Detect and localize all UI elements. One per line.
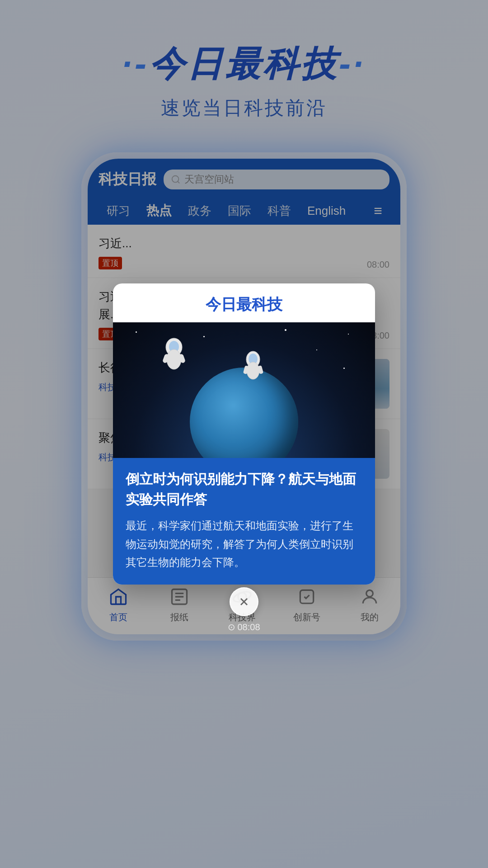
modal-body: 倒立时为何识别能力下降？航天与地面实验共同作答 最近，科学家们通过航天和地面实验…: [113, 458, 375, 585]
modal-title: 今日最科技: [124, 294, 364, 315]
modal-title-bar: 今日最科技: [113, 283, 375, 322]
modal-card: 今日最科技: [113, 283, 375, 585]
svg-point-12: [167, 349, 181, 369]
clock-icon: ⊙: [228, 622, 235, 632]
star-5: [285, 329, 286, 331]
modal-close-button[interactable]: [230, 587, 258, 616]
modal-image: [113, 322, 375, 458]
phone-screen: 科技日报 天宫空间站 研习 热点 政务 国际 科普 English ≡: [88, 159, 400, 634]
space-background: [113, 322, 375, 458]
astronaut-1: [158, 336, 190, 377]
svg-point-17: [247, 362, 259, 379]
modal-article-desc: 最近，科学家们通过航天和地面实验，进行了生物运动知觉的研究，解答了为何人类倒立时…: [126, 517, 362, 572]
star-7: [343, 368, 345, 369]
modal-article-title: 倒立时为何识别能力下降？航天与地面实验共同作答: [126, 469, 362, 509]
star-3: [203, 336, 205, 337]
star-8: [348, 334, 349, 335]
star-1: [136, 331, 137, 333]
star-6: [316, 349, 317, 350]
astronaut-2: [239, 349, 267, 386]
modal-wrapper: 今日最科技: [113, 283, 375, 585]
modal-overlay[interactable]: 今日最科技: [88, 159, 400, 634]
modal-close-time: ⊙ 08:08: [228, 622, 260, 632]
close-icon: [238, 595, 250, 608]
phone-mockup: 科技日报 天宫空间站 研习 热点 政务 国际 科普 English ≡: [81, 152, 407, 641]
close-time-value: 08:08: [237, 622, 260, 632]
